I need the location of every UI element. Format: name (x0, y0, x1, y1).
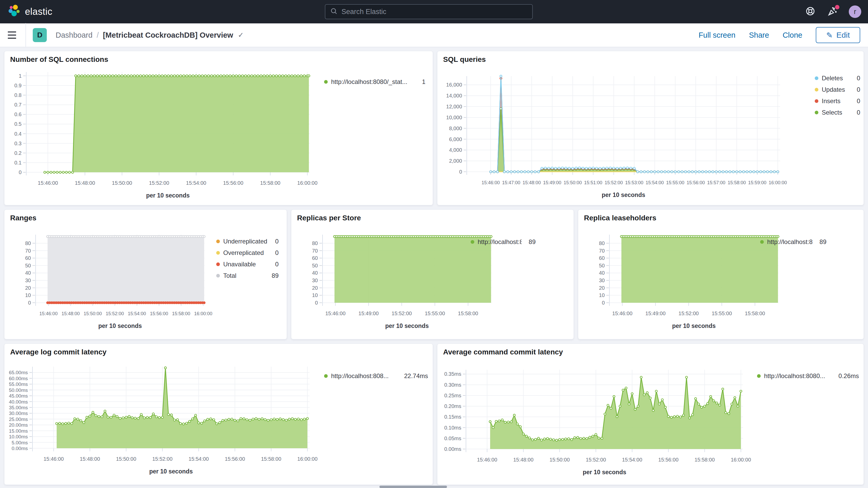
log-commit-latency-chart[interactable]: 65.00ms60.00ms55.00ms50.00ms45.00ms40.00… (4, 344, 433, 485)
legend-item[interactable]: Selects0 (815, 107, 860, 118)
svg-text:0.20ms: 0.20ms (444, 403, 461, 409)
legend-item[interactable]: http://localhost:808...22.74ms (324, 370, 428, 382)
legend-dot (216, 240, 220, 243)
legend-dot (216, 251, 220, 255)
svg-text:15:48:00: 15:48:00 (62, 311, 80, 316)
svg-text:15:52:00: 15:52:00 (392, 310, 412, 316)
svg-text:15:46:00: 15:46:00 (39, 311, 58, 316)
svg-text:0.00ms: 0.00ms (12, 446, 28, 451)
chart-legend: http://localhost:8080/_sta...89 (471, 236, 536, 248)
legend-value: 89 (268, 272, 279, 279)
legend-item[interactable]: http://localhost:8080/_stat...1 (324, 76, 426, 88)
svg-text:20: 20 (25, 285, 31, 291)
svg-text:15:58:00: 15:58:00 (260, 180, 280, 186)
svg-text:0.4: 0.4 (14, 131, 22, 137)
svg-text:45.00ms: 45.00ms (9, 393, 28, 399)
svg-text:1: 1 (19, 73, 22, 79)
svg-text:15:54:00: 15:54:00 (646, 180, 664, 185)
svg-text:per 10 seconds: per 10 seconds (601, 191, 645, 198)
svg-text:20: 20 (312, 285, 318, 291)
global-search[interactable] (325, 4, 533, 19)
svg-text:15:53:00: 15:53:00 (625, 180, 643, 185)
chart-legend: Deletes0Updates0Inserts0Selects0 (815, 72, 860, 118)
legend-dot (815, 99, 818, 103)
svg-text:30.00ms: 30.00ms (9, 410, 28, 416)
svg-text:16,000: 16,000 (446, 82, 462, 88)
svg-text:15:49:00: 15:49:00 (359, 310, 379, 316)
svg-text:80: 80 (25, 240, 31, 246)
breadcrumb-dashboard[interactable]: Dashboard (56, 31, 93, 39)
legend-dot (216, 263, 220, 266)
sql-connections-chart[interactable]: 10.90.80.70.60.50.40.30.20.1015:46:0015:… (4, 51, 433, 206)
svg-text:60.00ms: 60.00ms (9, 376, 28, 381)
svg-text:15:52:00: 15:52:00 (679, 310, 699, 316)
svg-text:2,000: 2,000 (449, 158, 462, 164)
clone-button[interactable]: Clone (782, 31, 802, 39)
replica-leaseholders-chart[interactable]: 8070605040302010015:46:0015:49:0015:52:0… (578, 210, 864, 340)
svg-text:40.00ms: 40.00ms (9, 399, 28, 404)
legend-item[interactable]: Deletes0 (815, 72, 860, 84)
legend-label: Updates (822, 86, 845, 93)
legend-value: 0 (853, 74, 860, 82)
svg-text:0.8: 0.8 (14, 92, 22, 98)
legend-dot (815, 77, 818, 80)
svg-text:15:56:00: 15:56:00 (150, 311, 168, 316)
svg-text:60: 60 (25, 255, 31, 261)
legend-value: 0 (853, 86, 860, 93)
svg-text:14,000: 14,000 (446, 93, 462, 98)
news-button[interactable] (827, 5, 839, 18)
horizontal-scrollbar[interactable] (379, 486, 447, 488)
svg-text:0.10ms: 0.10ms (444, 425, 461, 431)
user-avatar[interactable]: r (849, 5, 861, 18)
svg-text:16:00:00: 16:00:00 (769, 180, 787, 185)
svg-text:0.6: 0.6 (14, 112, 22, 117)
legend-item[interactable]: Overreplicated0 (216, 247, 279, 258)
legend-item[interactable]: Underreplicated0 (216, 236, 279, 247)
breadcrumb-separator: / (97, 31, 99, 39)
sql-queries-chart[interactable]: 16,00014,00012,00010,0008,0006,0004,0002… (437, 51, 864, 206)
legend-label: Selects (822, 109, 842, 116)
legend-label: http://localhost:8080... (764, 372, 825, 379)
svg-text:15:47:00: 15:47:00 (502, 180, 520, 185)
legend-item[interactable]: Total89 (216, 270, 279, 281)
svg-text:0.05ms: 0.05ms (444, 435, 461, 441)
replicas-per-store-chart[interactable]: 8070605040302010015:46:0015:49:0015:52:0… (291, 210, 574, 340)
legend-label: Inserts (822, 97, 840, 105)
legend-label: Unavailable (223, 261, 256, 268)
svg-text:15.00ms: 15.00ms (9, 428, 28, 434)
search-input[interactable] (341, 8, 528, 16)
svg-text:80: 80 (312, 240, 318, 246)
legend-label: http://localhost:808... (331, 372, 389, 379)
svg-text:15:54:00: 15:54:00 (622, 457, 642, 462)
title-check-icon[interactable]: ✓ (238, 31, 244, 39)
svg-text:50.00ms: 50.00ms (9, 388, 28, 393)
svg-text:15:46:00: 15:46:00 (326, 310, 346, 316)
menu-button[interactable] (8, 30, 18, 40)
legend-item[interactable]: Inserts0 (815, 95, 860, 107)
legend-item[interactable]: http://localhost:8080/_sta...89 (471, 236, 536, 248)
page-title: [Metricbeat CockroachDB] Overview (103, 31, 233, 39)
legend-item[interactable]: http://localhost:8080/_sta...89 (760, 236, 827, 248)
svg-text:12,000: 12,000 (446, 104, 462, 110)
legend-item[interactable]: Updates0 (815, 84, 860, 95)
dashboard-app-icon[interactable]: D (33, 28, 47, 42)
svg-text:15:46:00: 15:46:00 (612, 310, 632, 316)
legend-item[interactable]: Unavailable0 (216, 258, 279, 270)
help-button[interactable] (804, 5, 816, 18)
edit-button[interactable]: ✎ Edit (816, 27, 860, 43)
full-screen-button[interactable]: Full screen (699, 31, 736, 39)
svg-text:15:50:00: 15:50:00 (84, 311, 102, 316)
legend-item[interactable]: http://localhost:8080...0.26ms (757, 370, 859, 382)
svg-text:15:54:00: 15:54:00 (128, 311, 146, 316)
svg-text:15:58:00: 15:58:00 (261, 456, 281, 462)
svg-text:30: 30 (599, 277, 605, 283)
command-commit-latency-chart[interactable]: 0.35ms0.30ms0.25ms0.20ms0.15ms0.10ms0.05… (437, 344, 864, 485)
svg-text:15:50:00: 15:50:00 (116, 456, 136, 462)
svg-text:0.5: 0.5 (14, 121, 22, 127)
svg-text:15:52:00: 15:52:00 (106, 311, 124, 316)
share-button[interactable]: Share (749, 31, 769, 39)
panel-sql-connections: Number of SQL connections 10.90.80.70.60… (4, 51, 433, 205)
svg-text:15:48:00: 15:48:00 (80, 456, 100, 462)
elastic-logo[interactable] (7, 4, 21, 19)
chart-legend: http://localhost:8080...0.26ms (757, 370, 859, 382)
